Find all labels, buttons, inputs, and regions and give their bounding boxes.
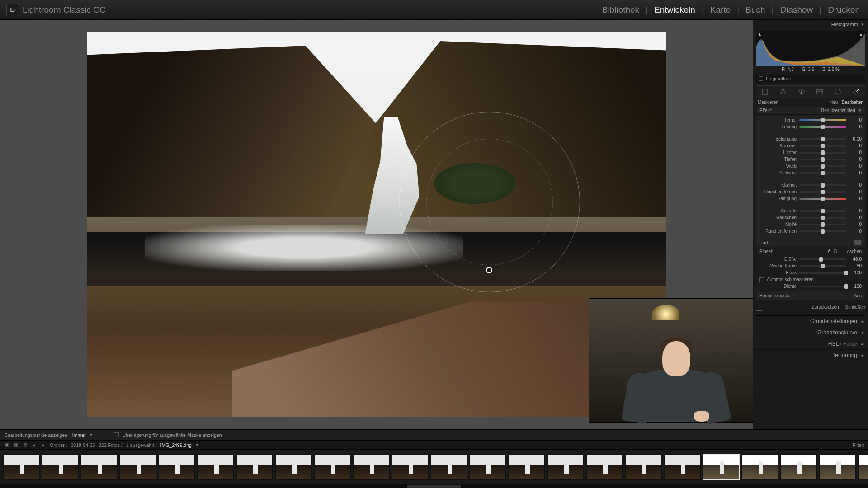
- slider-Weiß[interactable]: [799, 165, 846, 167]
- filmstrip-scrollbar[interactable]: [407, 485, 461, 488]
- nav-entwickeln[interactable]: Entwickeln: [652, 5, 697, 15]
- panel-Gradationskurve[interactable]: Gradationskurve◀: [753, 327, 868, 338]
- chevron-down-icon[interactable]: ▼: [858, 108, 862, 113]
- slider-value-Tiefen[interactable]: 0: [849, 157, 862, 162]
- slider-value-Rauschen[interactable]: 0: [849, 215, 862, 220]
- thumbnail[interactable]: [469, 454, 506, 480]
- slider-value-Moiré[interactable]: 0: [849, 222, 862, 227]
- thumbnail[interactable]: [3, 454, 40, 480]
- thumbnail[interactable]: [664, 454, 701, 480]
- nav-bibliothek[interactable]: Bibliothek: [600, 5, 641, 15]
- panel-HSL[interactable]: HSL / Farbe◀: [753, 338, 868, 350]
- mask-new[interactable]: Neu: [830, 100, 838, 105]
- slider-Dunst entfernen[interactable]: [799, 191, 846, 193]
- slider-Belichtung[interactable]: [799, 138, 846, 140]
- thumbnail[interactable]: [392, 454, 429, 480]
- slider-Rauschen[interactable]: [799, 217, 846, 219]
- thumbnail[interactable]: [158, 454, 195, 480]
- brush-Fluss-value[interactable]: 100: [849, 270, 862, 275]
- nav-drucken[interactable]: Drucken: [826, 5, 862, 15]
- panel-Teiltonung[interactable]: Teiltonung◀: [753, 350, 868, 361]
- histogram-panel-title[interactable]: Histogramm: [831, 22, 858, 27]
- brush-tool[interactable]: [852, 87, 861, 96]
- slider-Temp.[interactable]: [799, 119, 846, 121]
- slider-value-Schärfe[interactable]: 0: [849, 208, 862, 213]
- thumbnail[interactable]: [236, 454, 273, 480]
- back-icon[interactable]: ◂: [31, 442, 37, 448]
- close-button[interactable]: Schließen: [845, 305, 865, 311]
- thumbnail[interactable]: [353, 454, 390, 480]
- brush-Fluss-slider[interactable]: [799, 272, 846, 274]
- histogram[interactable]: ▲ ▲: [756, 31, 865, 66]
- nav-karte[interactable]: Karte: [708, 5, 732, 15]
- grid-icon[interactable]: ▤: [22, 442, 28, 448]
- slider-value-Weiß[interactable]: 0: [849, 164, 862, 169]
- slider-value-Temp.[interactable]: 0: [849, 117, 862, 122]
- slider-Sättigung[interactable]: [799, 198, 846, 200]
- mask-edit[interactable]: Bearbeiten: [842, 100, 863, 105]
- range-mask-value[interactable]: Aus: [854, 293, 862, 298]
- slider-Schärfe[interactable]: [799, 210, 846, 212]
- nav-buch[interactable]: Buch: [744, 5, 767, 15]
- toggle-panel-icon[interactable]: [756, 305, 762, 311]
- thumbnail[interactable]: [819, 454, 856, 480]
- slider-Tiefen[interactable]: [799, 159, 846, 160]
- brush-erase[interactable]: Löschen: [844, 249, 862, 254]
- auto-mask-checkbox[interactable]: [760, 277, 764, 282]
- brush-Weiche Kante-value[interactable]: 50: [849, 263, 862, 268]
- filmstrip[interactable]: •••••: [0, 449, 868, 484]
- thumbnail[interactable]: [42, 454, 79, 480]
- slider-Lichter[interactable]: [799, 152, 846, 154]
- thumbnail[interactable]: [119, 454, 156, 480]
- slider-value-Belichtung[interactable]: 0,00: [849, 136, 862, 141]
- second-window-2-icon[interactable]: ▦: [13, 442, 19, 448]
- brush-Größe-value[interactable]: 46,0: [849, 257, 862, 262]
- effect-preset[interactable]: Benutzerdefiniert: [821, 108, 855, 113]
- slider-value-Tönung[interactable]: 0: [849, 124, 862, 129]
- slider-value-Rand entfernen[interactable]: 0: [849, 229, 862, 234]
- collapse-icon[interactable]: ▼: [861, 23, 864, 27]
- brush-b[interactable]: B: [834, 249, 837, 254]
- thumbnail[interactable]: [197, 454, 234, 480]
- edit-pin[interactable]: [486, 267, 492, 273]
- overlay-checkbox[interactable]: [114, 432, 119, 437]
- slider-Kontrast[interactable]: [799, 145, 846, 147]
- thumbnail[interactable]: [858, 454, 868, 480]
- slider-Klarheit[interactable]: [799, 184, 846, 186]
- thumbnail[interactable]: [275, 454, 312, 480]
- slider-value-Lichter[interactable]: 0: [849, 150, 862, 155]
- thumbnail[interactable]: [508, 454, 545, 480]
- forward-icon[interactable]: ▸: [40, 442, 46, 448]
- nav-diashow[interactable]: Diashow: [778, 5, 815, 15]
- brush-Weiche Kante-slider[interactable]: [799, 265, 846, 267]
- shadow-clip-icon[interactable]: ▲: [758, 32, 762, 37]
- edit-pins-mode[interactable]: Immer: [72, 432, 86, 438]
- slider-Rand entfernen[interactable]: [799, 230, 846, 232]
- thumbnail[interactable]: [741, 454, 778, 480]
- main-image-canvas[interactable]: [87, 32, 666, 417]
- thumbnail[interactable]: [780, 454, 817, 480]
- thumbnail[interactable]: [625, 454, 662, 480]
- slider-Schwarz[interactable]: [799, 172, 846, 174]
- color-swatch[interactable]: [854, 240, 862, 245]
- reset-button[interactable]: Zurücksetzen: [812, 305, 839, 311]
- slider-Tönung[interactable]: [799, 126, 846, 128]
- folder-name[interactable]: 2018-04-25: [71, 442, 95, 448]
- brush-a[interactable]: A: [827, 249, 830, 254]
- thumbnail[interactable]: [314, 454, 351, 480]
- slider-value-Sättigung[interactable]: 0: [849, 196, 862, 201]
- spot-tool[interactable]: [778, 87, 788, 96]
- redeye-tool[interactable]: [797, 87, 806, 96]
- slider-value-Kontrast[interactable]: 0: [849, 143, 862, 148]
- graduated-filter-tool[interactable]: [815, 87, 824, 96]
- slider-value-Dunst entfernen[interactable]: 0: [849, 189, 862, 194]
- highlight-clip-icon[interactable]: ▲: [859, 32, 863, 37]
- thumbnail[interactable]: [586, 454, 623, 480]
- second-window-icon[interactable]: ▣: [4, 442, 10, 448]
- brush-Größe-slider[interactable]: [799, 258, 846, 260]
- thumbnail[interactable]: [430, 454, 467, 480]
- slider-value-Klarheit[interactable]: 0: [849, 183, 862, 188]
- chevron-down-icon[interactable]: ▼: [195, 443, 199, 447]
- chevron-down-icon[interactable]: ▼: [90, 433, 93, 437]
- brush-Dichte-slider[interactable]: [799, 286, 846, 287]
